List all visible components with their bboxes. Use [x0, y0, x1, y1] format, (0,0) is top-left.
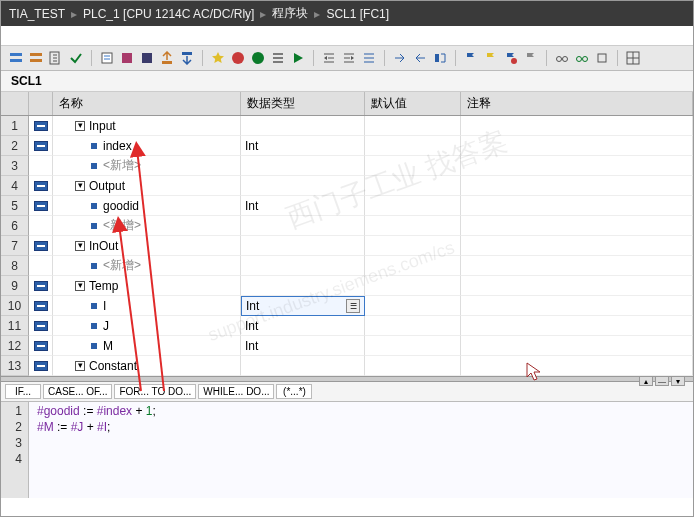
- cell-name[interactable]: <新增>: [53, 216, 241, 236]
- table-row[interactable]: 6<新增>: [1, 216, 693, 236]
- cell-default[interactable]: [365, 276, 461, 296]
- toolbar-btn-flag1[interactable]: [462, 49, 480, 67]
- toolbar-btn-watch[interactable]: [573, 49, 591, 67]
- snippet-while[interactable]: WHILE... DO...: [198, 384, 274, 399]
- crumb-plc[interactable]: PLC_1 [CPU 1214C AC/DC/Rly]: [83, 7, 254, 21]
- table-row[interactable]: 5goodidInt: [1, 196, 693, 216]
- cell-type[interactable]: [241, 256, 365, 276]
- cell-type[interactable]: [241, 176, 365, 196]
- cell-comment[interactable]: [461, 136, 693, 156]
- toolbar-btn-4[interactable]: [67, 49, 85, 67]
- toolbar-btn-2[interactable]: [27, 49, 45, 67]
- snippet-comment[interactable]: (*...*): [276, 384, 312, 399]
- code-line-4[interactable]: [37, 452, 156, 468]
- cell-comment[interactable]: [461, 336, 693, 356]
- toolbar-btn-ok[interactable]: [229, 49, 247, 67]
- expand-toggle[interactable]: ▾: [75, 181, 85, 191]
- splitter-mid-icon[interactable]: —: [655, 376, 669, 386]
- toolbar-btn-3[interactable]: [47, 49, 65, 67]
- cell-name[interactable]: ▾InOut: [53, 236, 241, 256]
- table-row[interactable]: 13▾Constant: [1, 356, 693, 376]
- toolbar-btn-indent2[interactable]: [340, 49, 358, 67]
- toolbar-btn-list[interactable]: [269, 49, 287, 67]
- cell-default[interactable]: [365, 196, 461, 216]
- cell-default[interactable]: [365, 336, 461, 356]
- expand-toggle[interactable]: ▾: [75, 361, 85, 371]
- table-row[interactable]: 7▾InOut: [1, 236, 693, 256]
- cell-type[interactable]: [241, 216, 365, 236]
- cell-default[interactable]: [365, 136, 461, 156]
- cell-type[interactable]: Int: [241, 336, 365, 356]
- expand-toggle[interactable]: ▾: [75, 121, 85, 131]
- cell-comment[interactable]: [461, 176, 693, 196]
- toolbar-btn-7[interactable]: [138, 49, 156, 67]
- toolbar-btn-flag2[interactable]: [482, 49, 500, 67]
- table-row[interactable]: 1▾Input: [1, 116, 693, 136]
- cell-type[interactable]: [241, 156, 365, 176]
- table-row[interactable]: 2indexInt: [1, 136, 693, 156]
- cell-default[interactable]: [365, 316, 461, 336]
- toolbar-btn-5[interactable]: [98, 49, 116, 67]
- crumb-fc[interactable]: SCL1 [FC1]: [326, 7, 389, 21]
- code-lines[interactable]: #goodid := #index + 1; #M := #J + #I;: [29, 402, 164, 498]
- toolbar-btn-layout[interactable]: [624, 49, 642, 67]
- code-editor[interactable]: 1 2 3 4 #goodid := #index + 1; #M := #J …: [1, 402, 693, 498]
- col-name-header[interactable]: 名称: [53, 92, 241, 115]
- cell-comment[interactable]: [461, 316, 693, 336]
- cell-name[interactable]: ▾Output: [53, 176, 241, 196]
- toolbar-btn-ok2[interactable]: [249, 49, 267, 67]
- snippet-if[interactable]: IF...: [5, 384, 41, 399]
- cell-comment[interactable]: [461, 116, 693, 136]
- code-line-2[interactable]: #M := #J + #I;: [37, 420, 156, 436]
- toolbar-btn-run[interactable]: [289, 49, 307, 67]
- crumb-project[interactable]: TIA_TEST: [9, 7, 65, 21]
- toolbar-btn-star[interactable]: [209, 49, 227, 67]
- expand-toggle[interactable]: ▾: [75, 241, 85, 251]
- toolbar-btn-9[interactable]: [178, 49, 196, 67]
- cell-name[interactable]: ▾Temp: [53, 276, 241, 296]
- cell-name[interactable]: I: [53, 296, 241, 316]
- toolbar-btn-misc[interactable]: [593, 49, 611, 67]
- cell-name[interactable]: ▾Constant: [53, 356, 241, 376]
- cell-type[interactable]: Int: [241, 136, 365, 156]
- table-row[interactable]: 4▾Output: [1, 176, 693, 196]
- cell-type[interactable]: [241, 236, 365, 256]
- cell-comment[interactable]: [461, 216, 693, 236]
- toolbar-btn-flag3[interactable]: [502, 49, 520, 67]
- cell-comment[interactable]: [461, 356, 693, 376]
- code-line-3[interactable]: [37, 436, 156, 452]
- cell-default[interactable]: [365, 356, 461, 376]
- cell-comment[interactable]: [461, 256, 693, 276]
- cell-name[interactable]: M: [53, 336, 241, 356]
- table-row[interactable]: 3<新增>: [1, 156, 693, 176]
- cell-default[interactable]: [365, 296, 461, 316]
- expand-toggle[interactable]: ▾: [75, 281, 85, 291]
- toolbar-btn-1[interactable]: [7, 49, 25, 67]
- crumb-blocks[interactable]: 程序块: [272, 5, 308, 22]
- snippet-case[interactable]: CASE... OF...: [43, 384, 112, 399]
- cell-default[interactable]: [365, 116, 461, 136]
- type-dropdown-icon[interactable]: ☰: [346, 299, 360, 313]
- table-row[interactable]: 11JInt: [1, 316, 693, 336]
- table-row[interactable]: 9▾Temp: [1, 276, 693, 296]
- cell-name[interactable]: <新增>: [53, 256, 241, 276]
- cell-default[interactable]: [365, 236, 461, 256]
- table-row[interactable]: 10IInt☰: [1, 296, 693, 316]
- cell-comment[interactable]: [461, 196, 693, 216]
- toolbar-btn-glasses[interactable]: [553, 49, 571, 67]
- toolbar-btn-flag4[interactable]: [522, 49, 540, 67]
- snippet-for[interactable]: FOR... TO DO...: [114, 384, 196, 399]
- cell-name[interactable]: goodid: [53, 196, 241, 216]
- toolbar-btn-indent1[interactable]: [320, 49, 338, 67]
- col-type-header[interactable]: 数据类型: [241, 92, 365, 115]
- cell-comment[interactable]: [461, 276, 693, 296]
- cell-name[interactable]: ▾Input: [53, 116, 241, 136]
- cell-type[interactable]: Int: [241, 196, 365, 216]
- cell-comment[interactable]: [461, 156, 693, 176]
- cell-type[interactable]: Int: [241, 316, 365, 336]
- cell-type[interactable]: [241, 276, 365, 296]
- cell-type[interactable]: Int☰: [241, 296, 365, 316]
- cell-type[interactable]: [241, 356, 365, 376]
- cell-name[interactable]: J: [53, 316, 241, 336]
- cell-default[interactable]: [365, 256, 461, 276]
